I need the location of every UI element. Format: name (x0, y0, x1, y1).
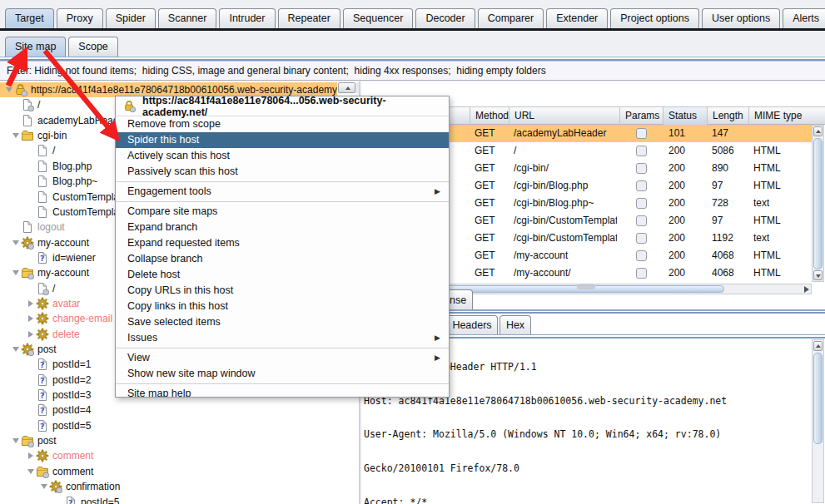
params-checkbox[interactable] (636, 163, 647, 174)
column-header-url[interactable]: URL (509, 107, 620, 125)
expand-arrow-icon[interactable] (25, 469, 36, 474)
tree-item[interactable]: / (0, 281, 55, 296)
scroll-up-button[interactable] (813, 126, 823, 136)
scroll-up-button[interactable] (813, 341, 823, 351)
tab-scope[interactable]: Scope (68, 37, 117, 57)
scrollbar-thumb[interactable] (813, 138, 823, 269)
tab-repeater[interactable]: Repeater (278, 8, 340, 28)
menu-item-actively-scan[interactable]: Actively scan this host (116, 148, 449, 164)
tree-item-my-account[interactable]: my-account (0, 235, 89, 250)
expand-arrow-icon[interactable] (38, 484, 49, 489)
tab-target[interactable]: Target (5, 8, 54, 28)
collapse-arrow-icon[interactable] (25, 452, 36, 459)
tab-hex[interactable]: Hex (499, 315, 531, 334)
tree-item-confirmation[interactable]: confirmation (0, 479, 120, 494)
tree-item-avatar[interactable]: avatar (0, 296, 80, 311)
tree-item-folder[interactable]: cgi-bin (0, 128, 67, 143)
menu-item-save-selected-items[interactable]: Save selected items (116, 314, 449, 330)
tab-project-options[interactable]: Project options (610, 8, 699, 28)
tab-alerts[interactable]: Alerts (783, 8, 825, 28)
gear-icon (36, 449, 49, 462)
expand-arrow-icon[interactable] (10, 133, 21, 138)
tree-item[interactable]: postId=1 (0, 357, 91, 372)
column-header-mime-type[interactable]: MIME type (749, 107, 809, 125)
menu-item-issues[interactable]: Issues (116, 330, 449, 346)
tab-decoder[interactable]: Decoder (415, 8, 475, 28)
tree-scrollbar-up-button[interactable] (338, 82, 355, 93)
tab-sequencer[interactable]: Sequencer (343, 8, 413, 28)
params-checkbox[interactable] (636, 268, 647, 279)
expand-arrow-icon[interactable] (10, 438, 21, 443)
query-file-icon (36, 388, 49, 402)
params-checkbox[interactable] (636, 250, 647, 261)
tree-item[interactable]: academyLabHeader (0, 113, 127, 128)
lock-icon (14, 83, 27, 96)
tree-item-logout[interactable]: logout (0, 220, 65, 235)
params-checkbox[interactable] (636, 215, 647, 226)
tab-spider[interactable]: Spider (106, 8, 156, 28)
tree-item-comment[interactable]: comment (0, 448, 93, 463)
collapse-arrow-icon[interactable] (25, 331, 36, 338)
params-checkbox[interactable] (636, 198, 647, 209)
filter-bar[interactable]: Filter: Hiding not found items; hiding C… (0, 61, 825, 81)
table-vertical-scrollbar[interactable] (812, 125, 824, 282)
tree-item-post-folder[interactable]: post (0, 433, 57, 448)
tree-item[interactable]: postId=5 (0, 495, 119, 504)
tab-scanner[interactable]: Scanner (158, 8, 217, 28)
collapse-arrow-icon[interactable] (25, 315, 36, 322)
scroll-right-button[interactable] (804, 286, 809, 293)
expand-arrow-icon[interactable] (10, 270, 21, 275)
menu-item-passively-scan[interactable]: Passively scan this host (116, 164, 449, 180)
expand-arrow-icon[interactable] (10, 347, 21, 352)
tree-item[interactable]: postId=3 (0, 388, 91, 403)
params-checkbox[interactable] (636, 233, 647, 244)
params-checkbox[interactable] (636, 146, 647, 156)
tab-proxy[interactable]: Proxy (57, 8, 103, 28)
menu-item-spider-this-host[interactable]: Spider this host (116, 132, 449, 148)
tree-item[interactable]: Blog.php (0, 159, 92, 174)
menu-item-copy-links[interactable]: Copy links in this host (116, 299, 449, 314)
scroll-down-button[interactable] (813, 270, 823, 280)
tab-intruder[interactable]: Intruder (219, 8, 275, 28)
tree-item-post[interactable]: post (0, 342, 57, 357)
tab-extender[interactable]: Extender (546, 8, 608, 28)
tree-item-my-account-folder[interactable]: my-account (0, 265, 89, 280)
menu-item-engagement-tools[interactable]: Engagement tools (116, 184, 449, 200)
expand-arrow-icon[interactable] (3, 87, 14, 92)
params-checkbox[interactable] (636, 180, 647, 191)
menu-item-expand-branch[interactable]: Expand branch (116, 220, 449, 235)
menu-item-copy-urls[interactable]: Copy URLs in this host (116, 283, 449, 299)
request-vertical-scrollbar[interactable] (812, 339, 824, 503)
tree-item-change-email[interactable]: change-email (0, 311, 112, 326)
menu-item-expand-requested[interactable]: Expand requested items (116, 235, 449, 251)
tab-site-map[interactable]: Site map (5, 37, 66, 57)
menu-item-remove-from-scope[interactable]: Remove from scope (116, 116, 449, 132)
tab-user-options[interactable]: User options (702, 8, 780, 28)
menu-item-collapse-branch[interactable]: Collapse branch (116, 251, 449, 267)
tree-item[interactable]: / (0, 97, 40, 112)
menu-item-delete-host[interactable]: Delete host (116, 267, 449, 283)
collapse-arrow-icon[interactable] (25, 300, 36, 307)
splitter-handle[interactable] (577, 284, 595, 289)
scrollbar-thumb[interactable] (813, 353, 823, 444)
tree-item[interactable]: postId=5 (0, 418, 91, 433)
menu-item-view[interactable]: View (116, 350, 449, 366)
menu-item-new-site-map-window[interactable]: Show new site map window (116, 366, 449, 382)
tree-item[interactable]: postId=2 (0, 373, 91, 388)
column-header-params[interactable]: Params (620, 107, 663, 125)
tree-item[interactable]: / (0, 143, 55, 158)
tree-item-comment-folder[interactable]: comment (0, 464, 93, 479)
params-checkbox[interactable] (636, 128, 647, 139)
menu-item-compare-site-maps[interactable]: Compare site maps (116, 204, 449, 220)
column-header-length[interactable]: Length (708, 107, 749, 125)
tree-item[interactable]: id=wiener (0, 250, 96, 265)
column-header-method[interactable]: Method (470, 107, 509, 125)
menu-item-site-map-help[interactable]: Site map help (116, 386, 449, 398)
column-header-status-sorted[interactable]: Status (663, 107, 708, 125)
tab-comparer[interactable]: Comparer (478, 8, 544, 28)
tab-headers[interactable]: Headers (446, 315, 498, 334)
tree-item[interactable]: postId=4 (0, 403, 91, 418)
tree-item[interactable]: Blog.php~ (0, 174, 97, 189)
tree-item-delete[interactable]: delete (0, 327, 80, 342)
expand-arrow-icon[interactable] (10, 240, 21, 245)
